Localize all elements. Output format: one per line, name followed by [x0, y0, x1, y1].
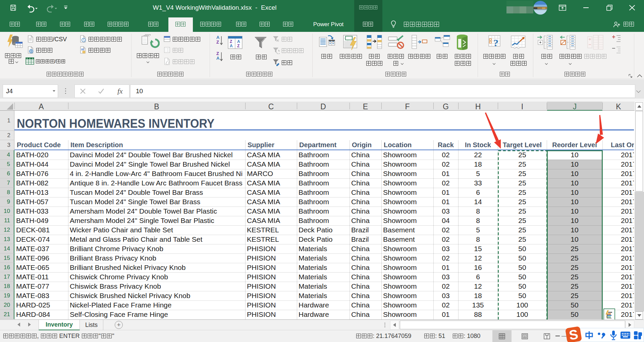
- svg-text:?: ?: [493, 37, 498, 48]
- svg-text:A: A: [230, 44, 233, 48]
- svg-text:Z: Z: [216, 40, 219, 45]
- svg-text:fx: fx: [117, 88, 123, 95]
- svg-text:Z: Z: [216, 51, 219, 56]
- svg-text:Z: Z: [230, 39, 232, 44]
- svg-text:A: A: [216, 35, 220, 40]
- svg-text:A: A: [237, 39, 240, 44]
- svg-text:Z: Z: [237, 44, 239, 48]
- svg-text:A: A: [216, 56, 220, 61]
